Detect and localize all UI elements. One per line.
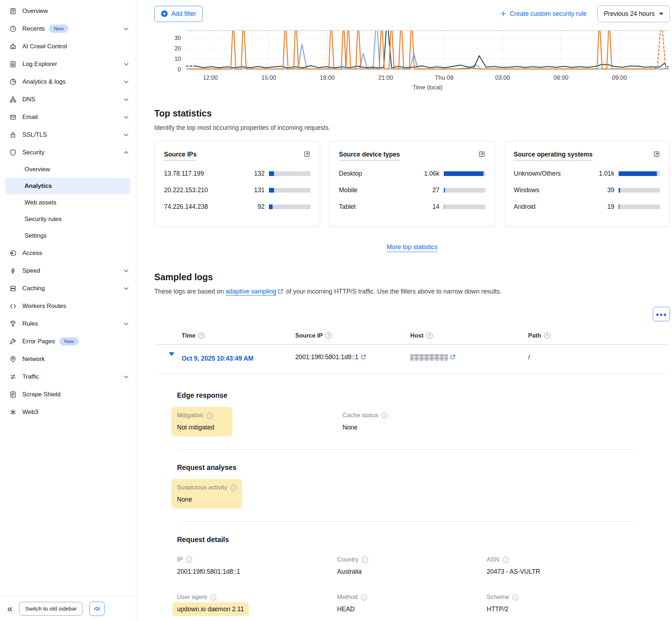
sidebar-item-speed[interactable]: Speed: [0, 262, 136, 279]
stat-row: Mobile27: [339, 186, 485, 194]
mail-icon: [9, 114, 17, 121]
svg-text:21:00: 21:00: [378, 74, 393, 81]
sidebar-subitem-web-assets[interactable]: Web assets: [0, 194, 136, 211]
megaphone-icon: [93, 605, 101, 612]
more-top-statistics-link[interactable]: More top statistics: [386, 243, 437, 251]
sidebar-item-label: Recents: [22, 25, 45, 32]
add-filter-button[interactable]: Add filter: [154, 6, 203, 22]
help-icon: ?: [544, 332, 550, 339]
sidebar-item-scrape-shield[interactable]: Scrape Shield: [0, 386, 136, 403]
switch-old-sidebar-button[interactable]: Switch to old sidebar: [19, 602, 83, 616]
column-header-path[interactable]: Path?: [528, 332, 670, 339]
sidebar-item-analytics-logs[interactable]: Analytics & logs: [0, 73, 136, 91]
chevron-down-icon: [123, 79, 129, 85]
expand-icon[interactable]: [478, 151, 485, 158]
sidebar-item-label: Access: [22, 250, 42, 257]
chevron-up-icon: [123, 149, 129, 156]
info-icon: i: [361, 594, 367, 600]
sidebar-item-security[interactable]: Security: [0, 144, 136, 161]
clock-icon: [9, 25, 17, 32]
field-label: Cache statusi: [342, 412, 392, 419]
sidebar-item-ai-crawl-control[interactable]: AI Crawl Control: [0, 38, 136, 55]
field-mitigation: MitigationiNot mitigated: [171, 407, 233, 436]
expand-icon[interactable]: [653, 151, 660, 158]
traffic-chart[interactable]: 010203012:0015:0018:0021:00Thu 0903:0006…: [154, 30, 670, 92]
sidebar-item-access[interactable]: Access: [0, 244, 136, 262]
cache-icon: [9, 285, 17, 292]
expand-icon[interactable]: [304, 151, 310, 158]
row-expand-caret-icon[interactable]: [169, 352, 174, 363]
log-detail-panel: Edge responseMitigationiNot mitigatedCac…: [171, 391, 633, 618]
info-icon: i: [186, 557, 192, 563]
field-value: Not mitigated: [177, 424, 227, 431]
column-header-host[interactable]: Host?: [410, 332, 528, 339]
sidebar-item-label: Security: [22, 149, 44, 156]
chevron-down-icon: [123, 132, 129, 138]
sidebar-item-dns[interactable]: DNS: [0, 91, 136, 108]
stat-name: 13.78.117.199: [164, 170, 239, 177]
stat-bar: [619, 171, 660, 176]
scrape-icon: [9, 391, 17, 398]
top-statistics-title: Top statistics: [154, 108, 670, 119]
plus-icon: [500, 10, 507, 17]
stat-value: 14: [414, 203, 439, 211]
stat-value: 92: [239, 203, 265, 211]
sidebar-subitem-security-rules[interactable]: Security rules: [0, 211, 136, 228]
stat-value: 19: [588, 203, 614, 211]
description-text: of your incoming HTTP/S traffic. Use the…: [284, 288, 502, 295]
stat-bar: [444, 204, 485, 209]
stat-bar: [269, 204, 310, 209]
field-country: CountryiAustralia: [331, 551, 393, 581]
sidebar-item-email[interactable]: Email: [0, 108, 136, 126]
sidebar: OverviewRecentsNewAI Crawl ControlLog Ex…: [0, 0, 136, 621]
table-actions-button[interactable]: ●●●: [653, 307, 670, 321]
collapse-sidebar-icon[interactable]: «: [7, 604, 13, 614]
svg-text:Thu 09: Thu 09: [435, 74, 453, 81]
log-time-link[interactable]: Oct 9, 2025 10:43:49 AM: [182, 353, 260, 364]
sidebar-item-ssl-tls[interactable]: SSL/TLS: [0, 126, 136, 144]
sidebar-subitem-overview[interactable]: Overview: [0, 161, 136, 178]
stat-card-source-ips: Source IPs13.78.117.19913220.222.153.210…: [154, 141, 320, 227]
stat-row: Unknown/Others1.01k: [514, 170, 660, 177]
sidebar-item-overview[interactable]: Overview: [0, 2, 136, 20]
stat-bar: [619, 204, 660, 209]
external-link-icon[interactable]: [361, 354, 366, 360]
create-custom-security-rule-link[interactable]: Create custom security rule: [500, 10, 587, 18]
sidebar-item-workers-routes[interactable]: Workers Routes: [0, 297, 136, 315]
toolbar: Add filter Create custom security rule P…: [154, 4, 670, 23]
description-text: These logs are based on: [154, 288, 226, 295]
sidebar-item-label: Analytics: [25, 182, 52, 190]
time-range-dropdown[interactable]: Previous 24 hours: [597, 5, 670, 22]
stat-name: Unknown/Others: [514, 170, 588, 177]
sidebar-item-recents[interactable]: RecentsNew: [0, 20, 136, 38]
feedback-button[interactable]: [89, 602, 105, 616]
stat-value: 27: [414, 186, 439, 194]
chevron-down-icon: [123, 321, 129, 327]
card-title: Source IPs: [164, 151, 196, 161]
section-title-edge-response: Edge response: [177, 391, 633, 400]
sidebar-item-log-explorer[interactable]: Log Explorer: [0, 55, 136, 73]
sidebar-subitem-settings[interactable]: Settings: [0, 228, 136, 244]
stat-value: 1.01k: [588, 170, 614, 177]
sidebar-item-rules[interactable]: Rules: [0, 315, 136, 332]
sidebar-item-label: Security rules: [25, 216, 62, 223]
web3-icon: [9, 409, 17, 416]
section-title-request-details: Request details: [177, 536, 633, 544]
sidebar-item-error-pages[interactable]: Error PagesNew: [0, 332, 136, 350]
sidebar-item-traffic[interactable]: Traffic: [0, 368, 136, 386]
sidebar-item-label: Email: [22, 114, 38, 121]
info-icon: i: [512, 594, 518, 600]
field-ip: IPi2001:19f0:5801:1d8::1: [171, 551, 246, 581]
column-header-time[interactable]: Time?: [182, 332, 295, 339]
sidebar-item-network[interactable]: Network: [0, 350, 136, 368]
adaptive-sampling-link[interactable]: adaptive sampling: [226, 288, 277, 295]
sidebar-item-web3[interactable]: Web3: [0, 403, 136, 421]
chevron-down-icon: [123, 114, 129, 120]
column-header-source-ip[interactable]: Source IP?: [295, 332, 410, 339]
sidebar-item-label: Network: [22, 356, 45, 363]
sidebar-subitem-analytics[interactable]: Analytics: [5, 178, 131, 194]
top-statistics-subtitle: Identify the top most occurring properti…: [154, 124, 670, 132]
sidebar-item-label: Web assets: [25, 199, 57, 206]
external-link-icon[interactable]: [450, 354, 456, 360]
sidebar-item-caching[interactable]: Caching: [0, 279, 136, 297]
